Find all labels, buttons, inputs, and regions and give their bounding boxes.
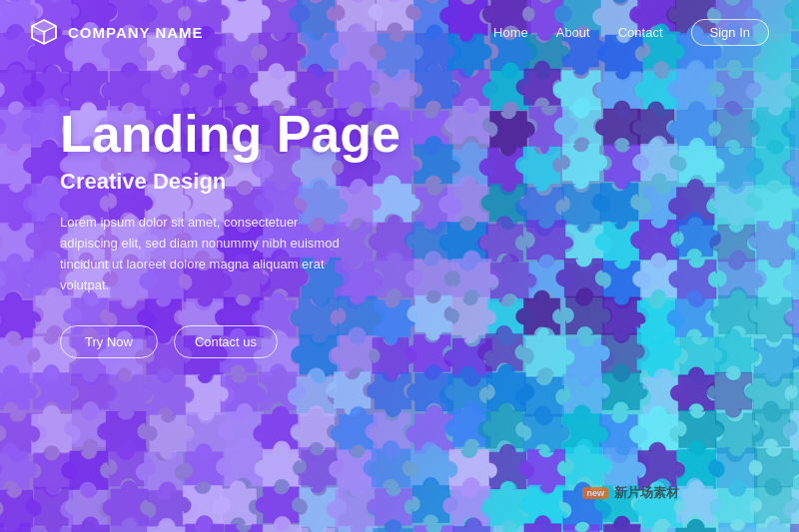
logo-area: COMPANY NAME	[30, 18, 204, 46]
hero-subtitle: Creative Design	[60, 169, 799, 195]
watermark-site: 新片场素材	[614, 484, 679, 502]
hero-body: Lorem ipsum dolor sit amet, consectetuer…	[60, 213, 340, 295]
hero-section: Landing Page Creative Design Lorem ipsum…	[0, 46, 799, 358]
watermark: new 新片场素材	[582, 484, 679, 502]
company-name: COMPANY NAME	[68, 24, 204, 41]
contact-us-button[interactable]: Contact us	[174, 325, 278, 358]
nav-home[interactable]: Home	[493, 25, 528, 40]
try-now-button[interactable]: Try Now	[60, 325, 158, 358]
nav-about[interactable]: About	[556, 25, 590, 40]
nav-signin[interactable]: Sign In	[691, 19, 769, 46]
nav-contact[interactable]: Contact	[618, 25, 663, 40]
cube-icon	[30, 18, 58, 46]
navigation: COMPANY NAME Home About Contact Sign In	[0, 0, 799, 46]
watermark-new-label: new	[582, 487, 608, 499]
cta-buttons: Try Now Contact us	[60, 325, 799, 358]
hero-title: Landing Page	[60, 106, 799, 163]
nav-links: Home About Contact Sign In	[493, 19, 769, 46]
